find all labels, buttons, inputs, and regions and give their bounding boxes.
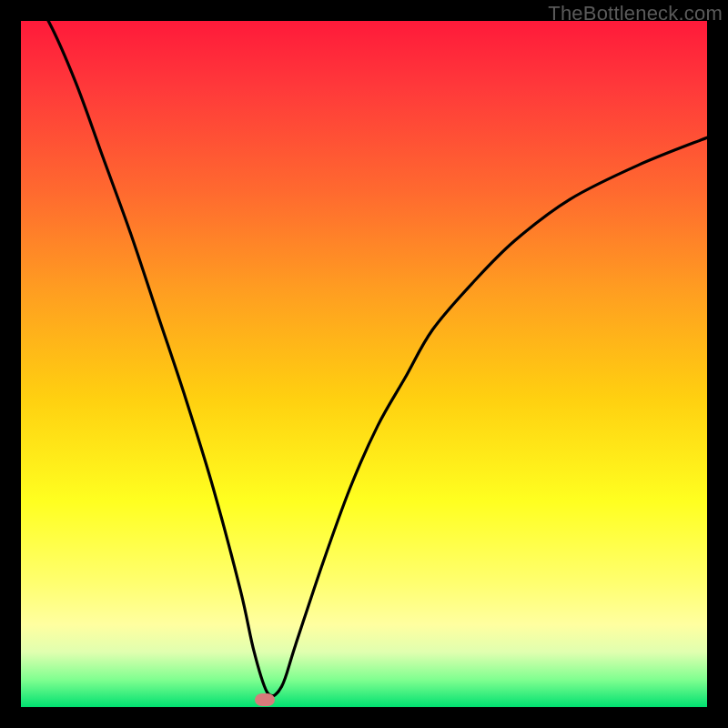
bottleneck-curve	[21, 21, 707, 707]
optimal-point-marker	[255, 693, 275, 706]
watermark-text: TheBottleneck.com	[548, 2, 723, 25]
chart-plot-area	[21, 21, 707, 707]
